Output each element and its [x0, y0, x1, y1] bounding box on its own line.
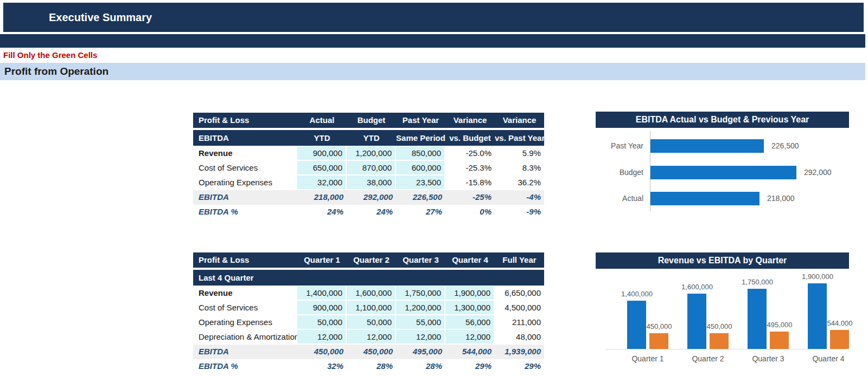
input-cell[interactable]: 1,200,000: [347, 146, 396, 161]
value-cell: 226,500: [396, 190, 445, 205]
input-cell[interactable]: 55,000: [396, 315, 445, 330]
ebitda-bar-quarter-3: [770, 332, 789, 349]
category-label-actual: Actual: [596, 192, 643, 205]
input-cell[interactable]: 1,100,000: [347, 301, 396, 315]
header-cell-ebitda-0: EBITDA: [193, 130, 297, 146]
bar-past-year: [650, 139, 764, 153]
value-cell: 495,000: [396, 345, 445, 359]
header-cell-vs-budget-4: vs. Budget: [445, 130, 495, 146]
input-cell[interactable]: 1,900,000: [445, 286, 495, 301]
input-cell[interactable]: 38,000: [347, 176, 396, 190]
category-label-budget: Budget: [596, 166, 643, 179]
row-label: Revenue: [193, 286, 297, 301]
bar-actual: [650, 192, 760, 205]
input-cell[interactable]: 50,000: [347, 315, 396, 330]
value-cell: 48,000: [495, 330, 544, 345]
input-cell[interactable]: 1,750,000: [396, 286, 445, 301]
value-cell: 5.9%: [495, 146, 544, 161]
value-cell: 28%: [347, 359, 396, 374]
revenue-bar-quarter-4: [808, 283, 827, 349]
table-row-ebitda: EBITDA %32%28%28%29%29%: [193, 359, 544, 374]
table-row-operating-expenses: Operating Expenses32,00038,00023,500-15.…: [193, 176, 544, 190]
value-cell: 27%: [396, 205, 445, 219]
value-cell: 8.3%: [495, 161, 544, 176]
input-cell[interactable]: 12,000: [396, 330, 445, 345]
header-cell-quarter-4-4: Quarter 4: [445, 252, 495, 268]
table-row-depreciation-amortization: Depreciation & Amortization12,00012,0001…: [193, 330, 544, 345]
data-label-revenue: 1,900,000: [793, 273, 842, 281]
header-cell-budget-2: Budget: [347, 113, 396, 128]
input-cell[interactable]: 650,000: [297, 161, 347, 176]
input-cell[interactable]: 23,500: [396, 176, 445, 190]
table-row-cost-of-services: Cost of Services650,000870,000600,000-25…: [193, 161, 544, 176]
input-cell[interactable]: 1,600,000: [347, 286, 396, 301]
data-label: 218,000: [767, 192, 795, 205]
section-bar: Profit from Operation: [0, 63, 865, 80]
row-label: EBITDA %: [193, 205, 297, 219]
header-cell-past-year-3: Past Year: [396, 113, 445, 128]
row-label: EBITDA %: [193, 359, 297, 374]
data-label-ebitda: 450,000: [637, 322, 681, 330]
row-label: EBITDA: [193, 190, 297, 205]
header-cell-vs-past-year-5: vs. Past Year: [495, 130, 544, 146]
table-subheader-row: EBITDAYTDYTDSame Periodvs. Budgetvs. Pas…: [193, 130, 544, 146]
table-header-row: Profit & LossActualBudgetPast YearVarian…: [193, 113, 544, 128]
input-cell[interactable]: 850,000: [396, 146, 445, 161]
table-row-revenue: Revenue1,400,0001,600,0001,750,0001,900,…: [193, 286, 544, 301]
input-cell[interactable]: 56,000: [445, 315, 495, 330]
value-cell: 450,000: [297, 345, 347, 359]
input-cell[interactable]: 1,200,000: [396, 301, 445, 315]
table-header-row: Profit & LossQuarter 1Quarter 2Quarter 3…: [193, 252, 544, 268]
input-cell[interactable]: 900,000: [297, 146, 347, 161]
value-cell: -25.0%: [445, 146, 495, 161]
header-cell-ytd-2: YTD: [347, 130, 396, 146]
value-cell: -4%: [495, 190, 544, 205]
header-cell-profit-loss-0: Profit & Loss: [193, 113, 297, 128]
ebitda-comparison-chart: EBITDA Actual vs Budget & Previous Year …: [596, 112, 849, 216]
ebitda-bar-quarter-4: [830, 330, 849, 349]
input-cell[interactable]: 50,000: [297, 315, 347, 330]
data-label-ebitda: 495,000: [758, 321, 801, 329]
subheader-bar: [0, 34, 865, 48]
value-cell: 36.2%: [495, 176, 544, 190]
value-cell: 218,000: [297, 190, 347, 205]
row-label: Cost of Services: [193, 301, 297, 315]
input-cell[interactable]: 870,000: [347, 161, 396, 176]
pl-quarterly-table: Profit & LossQuarter 1Quarter 2Quarter 3…: [193, 252, 544, 374]
table-subheader-row: Last 4 Quarter: [193, 270, 544, 286]
header-cell-quarter-2-2: Quarter 2: [347, 252, 396, 268]
input-cell[interactable]: 12,000: [347, 330, 396, 345]
value-cell: -25.3%: [445, 161, 495, 176]
header-cell-same-period-3: Same Period: [396, 130, 445, 146]
chart-plot-area: 1,400,000450,000Quarter 11,600,000450,00…: [596, 269, 849, 376]
table-row-operating-expenses: Operating Expenses50,00050,00055,00056,0…: [193, 315, 544, 330]
data-label-revenue: 1,750,000: [733, 278, 782, 286]
chart-title: Revenue vs EBITDA by Quarter: [596, 252, 849, 269]
data-label-ebitda: 450,000: [698, 322, 741, 330]
value-cell: 32%: [297, 359, 347, 374]
category-label-quarter-3: Quarter 3: [738, 354, 798, 363]
row-label: Cost of Services: [193, 161, 297, 176]
row-label: Operating Expenses: [193, 176, 297, 190]
input-cell[interactable]: 32,000: [297, 176, 347, 190]
bar-budget: [650, 166, 796, 179]
value-cell: 29%: [445, 359, 495, 374]
value-cell: 211,000: [495, 315, 544, 330]
value-cell: 28%: [396, 359, 445, 374]
input-cell[interactable]: 12,000: [297, 330, 347, 345]
data-label-revenue: 1,600,000: [673, 283, 722, 291]
input-cell[interactable]: 1,400,000: [297, 286, 347, 301]
table-row-ebitda: EBITDA218,000292,000226,500-25%-4%: [193, 190, 544, 205]
header-cell-quarter-1-1: Quarter 1: [297, 252, 347, 268]
row-label: EBITDA: [193, 345, 297, 359]
input-cell[interactable]: 12,000: [445, 330, 495, 345]
value-cell: 544,000: [445, 345, 495, 359]
input-cell[interactable]: 900,000: [297, 301, 347, 315]
input-cell[interactable]: 600,000: [396, 161, 445, 176]
value-cell: 4,500,000: [495, 301, 544, 315]
table-row-ebitda: EBITDA %24%24%27%0%-9%: [193, 205, 544, 219]
chart-title: EBITDA Actual vs Budget & Previous Year: [596, 112, 849, 128]
input-cell[interactable]: 1,300,000: [445, 301, 495, 315]
value-cell: 0%: [445, 205, 495, 219]
row-label: Operating Expenses: [193, 315, 297, 330]
